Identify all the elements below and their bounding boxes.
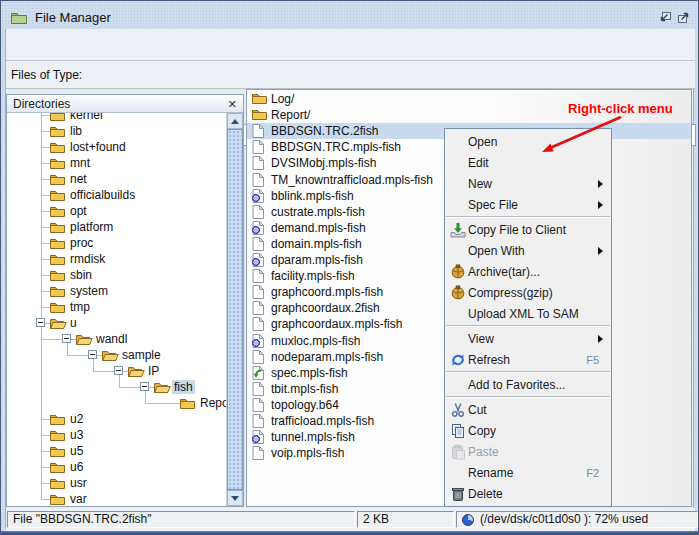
menu-item-compress-gzip[interactable]: Compress(gzip) [445, 282, 611, 303]
file-name: graphcoord.mpls-fish [271, 285, 383, 299]
tree-item-report[interactable]: Report [7, 395, 226, 411]
tree-scrollbar[interactable] [226, 113, 243, 506]
tree-connector [41, 131, 51, 132]
file-type-row: Files of Type: All Files (*.*) [6, 61, 695, 89]
menu-item-upload-xml-to-sam[interactable]: Upload XML To SAM [445, 303, 611, 324]
file-name: tunnel.mpls-fish [271, 430, 355, 444]
menu-item-edit[interactable]: Edit [445, 152, 611, 173]
tree-item-label: var [68, 492, 89, 506]
menu-item-spec-file[interactable]: Spec File [445, 194, 611, 215]
folder-icon [50, 157, 65, 169]
file-name: voip.mpls-fish [271, 446, 344, 460]
menu-item-rename[interactable]: RenameF2 [445, 462, 611, 483]
tree-item-lost-found[interactable]: lost+found [7, 139, 226, 155]
tree-expand-toggle[interactable] [114, 366, 123, 375]
tree-item-label: u5 [68, 444, 85, 458]
directories-title: Directories [13, 97, 70, 111]
tree-connector [145, 403, 181, 404]
menu-item-cut[interactable]: Cut [445, 399, 611, 420]
menu-item-open-with[interactable]: Open With [445, 240, 611, 261]
tree-item-kernel[interactable]: kernel [7, 113, 226, 123]
folder-icon [50, 141, 65, 153]
tree-item-label: usr [68, 476, 89, 490]
tree-item-sample[interactable]: sample [7, 347, 226, 363]
folder-icon [50, 205, 65, 217]
tree-item-u2[interactable]: u2 [7, 411, 226, 427]
menu-item-add-to-favorites[interactable]: Add to Favorites... [445, 374, 611, 395]
scroll-up-button[interactable] [227, 113, 243, 129]
tree-expand-toggle[interactable] [62, 334, 71, 343]
file-name: DVSIMobj.mpls-fish [271, 156, 376, 170]
file-name: spec.mpls-fish [271, 366, 348, 380]
menu-icon-spacer [448, 134, 468, 150]
menu-item-new[interactable]: New [445, 173, 611, 194]
menu-item-label: Upload XML To SAM [468, 307, 579, 321]
maximize-window-icon[interactable] [676, 10, 692, 25]
status-disk-usage: (/dev/dsk/c0t1d0s0 ): 72% used [456, 511, 698, 528]
tree-item-officialbuilds[interactable]: officialbuilds [7, 187, 226, 203]
directory-tree: kernelliblost+foundmntnetofficialbuildso… [7, 113, 226, 506]
tree-item-net[interactable]: net [7, 171, 226, 187]
tree-item-u6[interactable]: u6 [7, 459, 226, 475]
tree-item-sbin[interactable]: sbin [7, 267, 226, 283]
file-name: domain.mpls-fish [271, 237, 362, 251]
file-icon [252, 414, 264, 428]
tree-expand-toggle[interactable] [88, 350, 97, 359]
menu-item-open[interactable]: Open [445, 131, 611, 152]
tree-item-label: sample [120, 348, 163, 362]
menu-separator [446, 396, 610, 398]
tree-item-wandl[interactable]: wandl [7, 331, 226, 347]
menu-separator [446, 216, 610, 218]
tree-item-system[interactable]: system [7, 283, 226, 299]
tree-item-u5[interactable]: u5 [7, 443, 226, 459]
tree-item-label: lib [68, 124, 84, 138]
folder-icon [50, 173, 65, 185]
tree-item-label: mnt [68, 156, 92, 170]
menu-item-archive-tar[interactable]: Archive(tar)... [445, 261, 611, 282]
tree-item-label: kernel [68, 113, 105, 122]
menu-item-copy-file-to-client[interactable]: Copy File to Client [445, 219, 611, 240]
menu-item-paste[interactable]: Paste [445, 441, 611, 462]
tree-connector [41, 243, 51, 244]
disk-usage-pie-icon [462, 514, 474, 526]
menu-item-label: Compress(gzip) [468, 286, 553, 300]
menu-item-view[interactable]: View [445, 328, 611, 349]
file-icon [252, 301, 264, 315]
tree-connector [41, 307, 51, 308]
tree-item-opt[interactable]: opt [7, 203, 226, 219]
folder-icon [50, 269, 65, 281]
scroll-down-button[interactable] [227, 490, 243, 506]
menu-item-copy[interactable]: Copy [445, 420, 611, 441]
tree-item-tmp[interactable]: tmp [7, 299, 226, 315]
file-name: tbit.mpls-fish [271, 382, 338, 396]
menu-item-refresh[interactable]: RefreshF5 [445, 349, 611, 370]
tree-item-u3[interactable]: u3 [7, 427, 226, 443]
copy-to-client-icon [448, 222, 468, 238]
tree-item-ip[interactable]: IP [7, 363, 226, 379]
menu-item-label: Refresh [468, 353, 510, 367]
file-name: trafficload.mpls-fish [271, 414, 374, 428]
tree-item-platform[interactable]: platform [7, 219, 226, 235]
tree-item-proc[interactable]: proc [7, 235, 226, 251]
tree-item-fish[interactable]: fish [7, 379, 226, 395]
gear-file-icon [252, 430, 264, 444]
tree-item-usr[interactable]: usr [7, 475, 226, 491]
tree-expand-toggle[interactable] [140, 382, 149, 391]
tree-item-rmdisk[interactable]: rmdisk [7, 251, 226, 267]
file-name: facility.mpls-fish [271, 269, 355, 283]
tree-expand-toggle[interactable] [36, 318, 45, 327]
menu-item-delete[interactable]: Delete [445, 483, 611, 504]
file-name: dparam.mpls-fish [271, 253, 363, 267]
close-panel-icon[interactable]: ✕ [228, 99, 237, 109]
tree-item-lib[interactable]: lib [7, 123, 226, 139]
scrollbar-thumb[interactable] [227, 129, 243, 490]
menu-separator [446, 325, 610, 327]
restore-window-icon[interactable] [657, 10, 673, 25]
titlebar[interactable]: File Manager [5, 5, 694, 29]
triangle-down-icon [231, 496, 239, 501]
status-bar: File "BBDSGN.TRC.2fish" 2 KB (/dev/dsk/c… [6, 508, 695, 531]
tree-connector [41, 419, 51, 420]
tree-item-mnt[interactable]: mnt [7, 155, 226, 171]
tree-connector [41, 179, 51, 180]
tree-item-var[interactable]: var [7, 491, 226, 506]
